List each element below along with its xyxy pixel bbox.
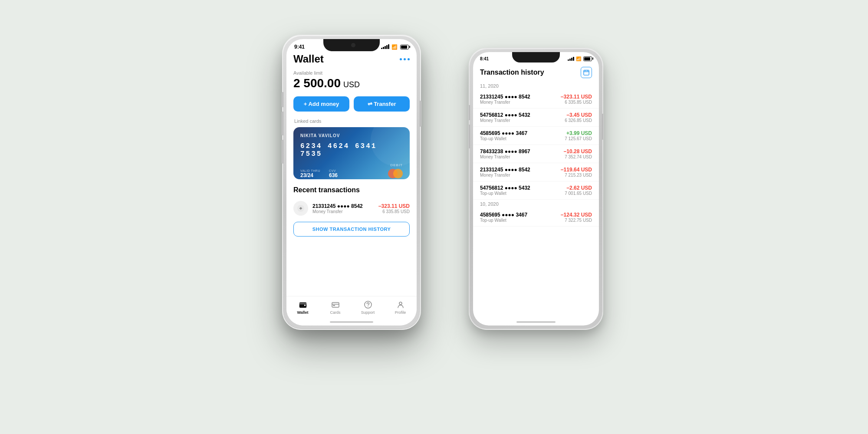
svg-rect-8: [332, 302, 339, 307]
history-account-5: 21331245 ●●●● 8542: [480, 167, 561, 173]
history-change-2: −3.45 USD: [565, 112, 592, 118]
card-number: 6234 4624 6341 7535: [300, 142, 403, 158]
signal-bars-back: [568, 56, 574, 61]
tx-info-1: 21331245 ●●●● 8542 Money Transfer: [312, 203, 374, 214]
history-type-3: Top-up Wallet: [480, 136, 565, 141]
support-icon: [363, 300, 373, 309]
svg-rect-10: [333, 305, 335, 306]
app-content: Wallet Available limit 2 500.00 USD + Ad…: [286, 53, 417, 237]
history-item-1: 21331245 ●●●● 8542 Money Transfer −323.1…: [473, 90, 599, 108]
history-change-7: −124.32 USD: [561, 212, 592, 218]
balance-row: 2 500.00 USD: [293, 76, 410, 90]
history-balance-6: 7 001.65 USD: [565, 191, 592, 196]
back-app-header: Transaction history: [473, 64, 599, 82]
back-home-indicator: [516, 321, 556, 323]
card-type-area: DEBIT: [388, 163, 403, 178]
history-type-5: Money Transfer: [480, 173, 561, 178]
linked-cards-label: Linked cards: [293, 118, 410, 124]
nav-item-wallet[interactable]: Wallet: [286, 300, 319, 315]
notch2: [512, 52, 560, 62]
history-account-1: 21331245 ●●●● 8542: [480, 94, 561, 100]
history-balance-5: 7 215.23 USD: [561, 173, 592, 178]
tx-account-1: 21331245 ●●●● 8542: [312, 203, 374, 209]
signal-bars: [381, 45, 389, 49]
more-button[interactable]: [400, 58, 410, 60]
balance-currency: USD: [343, 80, 360, 89]
battery-icon-back: [583, 56, 592, 61]
card-footer: VALID THRU 23/24 CVV 636 DEBIT: [300, 163, 403, 178]
card-valid-thru: VALID THRU 23/24: [300, 169, 320, 178]
wifi-icon: 📶: [391, 44, 398, 50]
wallet-icon: [298, 300, 308, 309]
history-change-5: −119.64 USD: [561, 167, 592, 173]
credit-card: NIKITA VAVILOV 6234 4624 6341 7535 VALID…: [293, 127, 410, 179]
tx-balance-1: 6 335.85 USD: [378, 209, 410, 214]
card-cvv: CVV 636: [329, 169, 338, 178]
balance-label: Available limit: [293, 70, 410, 76]
back-status-time: 8:41: [480, 56, 489, 61]
svg-rect-7: [304, 305, 306, 306]
nav-label-wallet: Wallet: [297, 310, 308, 315]
history-account-2: 54756812 ●●●● 5432: [480, 112, 565, 118]
nav-item-support[interactable]: Support: [352, 300, 384, 315]
history-balance-7: 7 322.75 USD: [561, 218, 592, 223]
nav-item-cards[interactable]: Cards: [319, 300, 352, 315]
status-icons: 📶: [381, 44, 409, 50]
history-account-6: 54756812 ●●●● 5432: [480, 185, 565, 191]
history-change-3: +3.99 USD: [565, 130, 592, 136]
transfer-button[interactable]: ⇌ Transfer: [354, 96, 410, 112]
card-name: NIKITA VAVILOV: [300, 133, 403, 138]
history-type-1: Money Transfer: [480, 100, 561, 105]
profile-icon: [396, 300, 405, 309]
history-account-7: 4585695 ●●●● 3467: [480, 212, 561, 218]
history-balance-1: 6 335.85 USD: [561, 100, 592, 105]
nav-label-profile: Profile: [395, 310, 406, 315]
svg-point-13: [399, 302, 402, 305]
tx-change-1: −323.11 USD: [378, 203, 410, 209]
phone-back: 8:41 📶 Transaction history: [469, 48, 603, 330]
notch-camera: [351, 43, 355, 47]
date-header-2: 10, 2020: [473, 200, 599, 208]
history-change-4: −10.28 USD: [563, 148, 592, 155]
calendar-icon[interactable]: [581, 67, 592, 78]
card-type-label: DEBIT: [390, 163, 403, 167]
battery-icon: [400, 45, 409, 49]
history-balance-2: 6 326.85 USD: [565, 118, 592, 123]
nav-label-support: Support: [361, 310, 375, 315]
tx-icon-1: [293, 201, 308, 216]
cards-icon: [331, 300, 340, 309]
history-type-6: Top-up Wallet: [480, 191, 565, 196]
history-account-3: 4585695 ●●●● 3467: [480, 130, 565, 136]
history-account-4: 78433238 ●●●● 8967: [480, 148, 563, 155]
action-buttons: + Add money ⇌ Transfer: [293, 96, 410, 112]
notch: [323, 39, 380, 51]
history-balance-4: 7 352.74 USD: [563, 155, 592, 159]
svg-rect-0: [584, 70, 589, 75]
add-money-button[interactable]: + Add money: [293, 96, 349, 112]
history-balance-3: 7 125.67 USD: [565, 136, 592, 141]
history-change-6: −2.62 USD: [565, 185, 592, 191]
svg-point-12: [368, 306, 368, 307]
history-item-3: 4585695 ●●●● 3467 Top-up Wallet +3.99 US…: [473, 127, 599, 145]
nav-label-cards: Cards: [330, 310, 340, 315]
svg-rect-5: [300, 207, 302, 209]
history-change-1: −323.11 USD: [561, 94, 592, 100]
nav-item-profile[interactable]: Profile: [384, 300, 417, 315]
transaction-item-1: 21331245 ●●●● 8542 Money Transfer −323.1…: [293, 198, 410, 218]
history-type-7: Top-up Wallet: [480, 218, 561, 223]
recent-section-title: Recent transactions: [293, 186, 410, 194]
phone-front: 9:41 📶 W: [282, 35, 421, 330]
wifi-icon-back: 📶: [576, 56, 581, 61]
tx-amounts-1: −323.11 USD 6 335.85 USD: [378, 203, 410, 214]
back-status-icons: 📶: [568, 56, 592, 61]
status-time: 9:41: [294, 44, 305, 50]
history-type-2: Money Transfer: [480, 118, 565, 123]
show-history-button[interactable]: SHOW TRANSACTION HISTORY: [293, 222, 410, 237]
history-item-5: 21331245 ●●●● 8542 Money Transfer −119.6…: [473, 163, 599, 181]
history-item-4: 78433238 ●●●● 8967 Money Transfer −10.28…: [473, 145, 599, 163]
app-header: Wallet: [293, 53, 410, 65]
mastercard-logo: [388, 169, 403, 178]
tx-type-1: Money Transfer: [312, 209, 374, 214]
back-app-title: Transaction history: [480, 69, 544, 76]
app-title: Wallet: [293, 53, 324, 65]
